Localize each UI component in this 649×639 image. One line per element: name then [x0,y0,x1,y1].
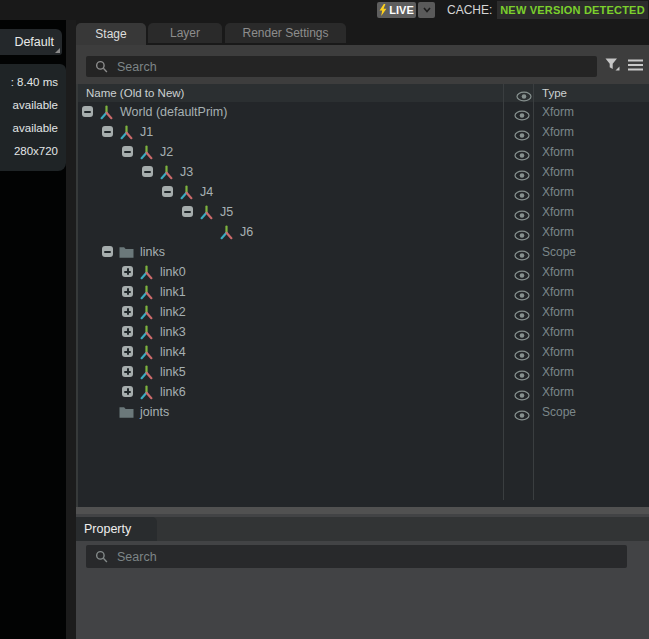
prim-type: Xform [542,162,574,182]
visibility-eye-icon[interactable] [514,187,530,198]
prim-type: Xform [542,262,574,282]
prim-name: link3 [160,322,186,342]
expander-minus-icon[interactable] [82,106,93,117]
viewport-camera-tab[interactable]: Default [0,29,62,55]
tree-row[interactable]: link6 Xform [76,382,649,402]
visibility-eye-icon[interactable] [514,127,530,138]
column-header-type[interactable]: Type [542,84,567,102]
prim-type: Xform [542,182,574,202]
xform-icon [139,385,154,400]
vertical-splitter[interactable] [66,20,76,639]
visibility-eye-icon[interactable] [514,347,530,358]
expander-plus-icon[interactable] [122,286,133,297]
tree-row[interactable]: link2 Xform [76,302,649,322]
expander-minus-icon[interactable] [142,166,153,177]
column-header-name[interactable]: Name (Old to New) [86,84,184,102]
stage-panel: Stage Layer Render Settings [76,20,649,507]
visibility-eye-icon[interactable] [514,207,530,218]
stage-toolbar [76,45,649,84]
visibility-eye-icon[interactable] [514,267,530,278]
xform-icon [139,345,154,360]
expander-minus-icon[interactable] [102,126,113,137]
tree-row[interactable]: J6 Xform [76,222,649,242]
visibility-eye-icon[interactable] [514,147,530,158]
tree-row[interactable]: J5 Xform [76,202,649,222]
prim-name: link2 [160,302,186,322]
xform-icon [139,325,154,340]
visibility-eye-icon[interactable] [514,107,530,118]
prim-name: J6 [240,222,253,242]
search-icon [95,60,108,73]
expander-minus-icon[interactable] [162,186,173,197]
tree-row[interactable]: J3 Xform [76,162,649,182]
expander-minus-icon[interactable] [102,246,113,257]
visibility-eye-icon[interactable] [514,367,530,378]
folder-icon [119,245,134,260]
expander-minus-icon[interactable] [182,206,193,217]
visibility-eye-icon[interactable] [514,167,530,178]
expander-minus-icon[interactable] [122,146,133,157]
live-dropdown-button[interactable] [418,2,435,18]
property-search-input[interactable] [115,549,571,565]
tree-row[interactable]: link5 Xform [76,362,649,382]
filter-icon[interactable] [604,58,620,72]
tree-row[interactable]: J1 Xform [76,122,649,142]
visibility-eye-icon[interactable] [514,247,530,258]
horizontal-splitter[interactable] [76,507,649,514]
tree-row[interactable]: link3 Xform [76,322,649,342]
prim-name: link4 [160,342,186,362]
tree-row[interactable]: J2 Xform [76,142,649,162]
stage-search-input[interactable] [115,59,546,75]
expander-plus-icon[interactable] [122,306,133,317]
prim-name: joints [140,402,169,422]
prim-name: J2 [160,142,173,162]
tab-property[interactable]: Property [76,517,157,541]
visibility-eye-icon[interactable] [514,307,530,318]
expander-plus-icon[interactable] [122,346,133,357]
viewport-stat-line: 280x720 [0,140,58,163]
visibility-eye-icon[interactable] [514,327,530,338]
live-button-label: LIVE [389,4,413,16]
visibility-eye-icon[interactable] [514,287,530,298]
tab-layer-label: Layer [170,26,200,40]
tree-row[interactable]: link4 Xform [76,342,649,362]
visibility-eye-icon[interactable] [514,227,530,238]
viewport-stats: : 8.40 msavailableavailable280x720 [0,64,66,171]
live-sync-button[interactable]: LIVE [377,2,416,18]
tree-row[interactable]: joints Scope [76,402,649,422]
prim-type: Xform [542,142,574,162]
chevron-down-icon [423,7,431,13]
tree-row[interactable]: links Scope [76,242,649,262]
tab-layer[interactable]: Layer [148,23,222,43]
column-header-eye-icon[interactable] [516,88,532,99]
prim-name: link5 [160,362,186,382]
viewport-stat-line: : 8.40 ms [0,71,58,94]
prim-name: link0 [160,262,186,282]
expander-plus-icon[interactable] [122,266,133,277]
xform-icon [139,365,154,380]
xform-icon [119,125,134,140]
cache-label: CACHE: [447,0,492,20]
tree-row[interactable]: link0 Xform [76,262,649,282]
prim-name: links [140,242,165,262]
tree-row[interactable]: World (defaultPrim) Xform [76,102,649,122]
visibility-eye-icon[interactable] [514,387,530,398]
prim-type: Xform [542,322,574,342]
expander-plus-icon[interactable] [122,326,133,337]
tree-row[interactable]: link1 Xform [76,282,649,302]
xform-icon [219,225,234,240]
visibility-eye-icon[interactable] [514,407,530,418]
prim-type: Xform [542,342,574,362]
expander-plus-icon[interactable] [122,386,133,397]
tab-render-settings[interactable]: Render Settings [225,23,346,43]
expander-plus-icon[interactable] [122,366,133,377]
xform-icon [139,285,154,300]
tree-row[interactable]: J4 Xform [76,182,649,202]
xform-icon [179,185,194,200]
omniverse-window: LIVE CACHE: NEW VERSION DETECTED Default… [0,0,649,639]
prim-name: J1 [140,122,153,142]
xform-icon [139,145,154,160]
tab-stage[interactable]: Stage [76,23,146,45]
prim-type: Xform [542,222,574,242]
menu-icon[interactable] [627,58,643,71]
